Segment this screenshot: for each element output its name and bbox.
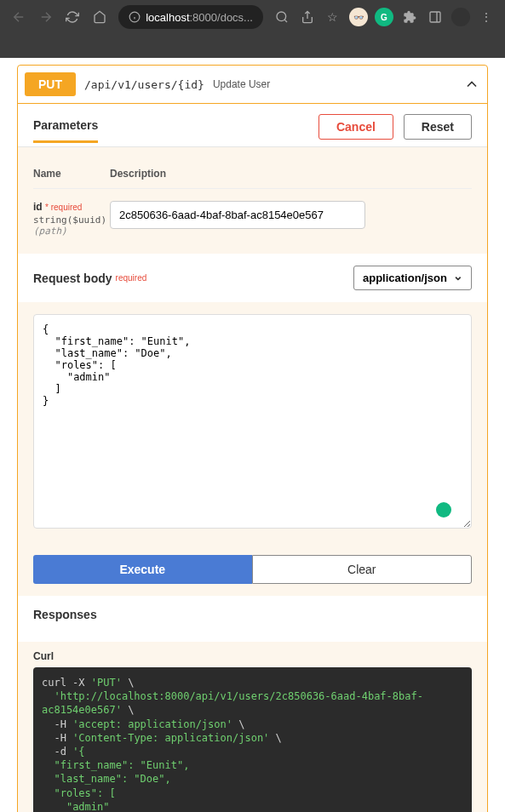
parameters-header: Parameters Cancel Reset [18,104,487,146]
info-icon [129,11,141,23]
forward-button[interactable] [34,5,58,29]
curl-command-block[interactable]: curl -X 'PUT' \ 'http://localhost:8000/a… [33,667,472,812]
operation-header[interactable]: PUT /api/v1/users/{id} Update User [18,66,487,103]
svg-line-4 [284,20,287,22]
browser-chrome: localhost:8000/docs... ☆ 👓 G ⋮ [0,0,505,58]
request-body-header: Request body required application/json [18,254,487,302]
grammarly-icon[interactable] [436,502,451,518]
svg-point-3 [277,12,286,21]
back-button[interactable] [7,5,31,29]
parameter-value-input[interactable] [110,201,365,229]
sidepanel-icon[interactable] [423,5,447,29]
extension-icon-1[interactable]: 👓 [349,8,368,26]
request-body-editor-wrap [18,302,487,543]
browser-toolbar: localhost:8000/docs... ☆ 👓 G ⋮ [0,0,505,34]
url-path: /docs... [217,11,253,24]
curl-label: Curl [33,642,472,667]
request-body-title: Request body [33,272,112,285]
endpoint-path: /api/v1/users/{id} [84,78,204,91]
content-type-select[interactable]: application/json [353,266,472,290]
parameter-name: id [33,201,43,213]
parameter-row: id * required string($uuid) (path) [33,201,472,237]
column-name-header: Name [33,168,110,180]
column-description-header: Description [110,168,472,180]
swagger-container: PUT /api/v1/users/{id} Update User Param… [0,58,505,812]
responses-header: Responses [18,596,487,642]
chevron-up-icon[interactable] [463,76,480,93]
share-icon[interactable] [296,5,319,29]
url-port: :8000 [190,11,218,24]
parameter-location: (path) [33,226,110,237]
operation-body: Parameters Cancel Reset Name Description… [18,103,487,812]
execute-button[interactable]: Execute [33,555,252,584]
profile-avatar[interactable] [451,8,470,26]
http-method-badge: PUT [25,72,76,96]
parameter-name-cell: id * required string($uuid) (path) [33,201,110,237]
svg-rect-5 [430,12,440,22]
endpoint-summary: Update User [213,78,270,90]
parameters-title: Parameters [33,118,98,143]
action-buttons: Execute Clear [18,543,487,596]
browser-menu-icon[interactable]: ⋮ [474,5,498,29]
zoom-icon[interactable] [270,5,294,29]
request-body-required-label: required [116,273,147,283]
cancel-button[interactable]: Cancel [318,114,393,140]
bookmark-star-icon[interactable]: ☆ [321,5,345,29]
operation-block: PUT /api/v1/users/{id} Update User Param… [17,65,488,812]
parameter-type: string($uuid) [33,214,110,226]
parameters-table: Name Description id * required string($u… [18,159,487,254]
url-bar[interactable]: localhost:8000/docs... [118,5,263,29]
clear-button[interactable]: Clear [252,555,473,584]
extensions-icon[interactable] [398,5,422,29]
parameter-required-label: * required [45,203,82,212]
url-host: localhost [146,11,189,24]
reload-button[interactable] [61,5,85,29]
home-button[interactable] [88,5,112,29]
curl-section: Curl curl -X 'PUT' \ 'http://localhost:8… [18,642,487,812]
grammarly-extension-icon[interactable]: G [375,8,393,26]
reset-button[interactable]: Reset [404,114,472,140]
parameters-table-head: Name Description [33,159,472,189]
request-body-textarea[interactable] [33,314,472,529]
responses-title: Responses [33,608,472,630]
